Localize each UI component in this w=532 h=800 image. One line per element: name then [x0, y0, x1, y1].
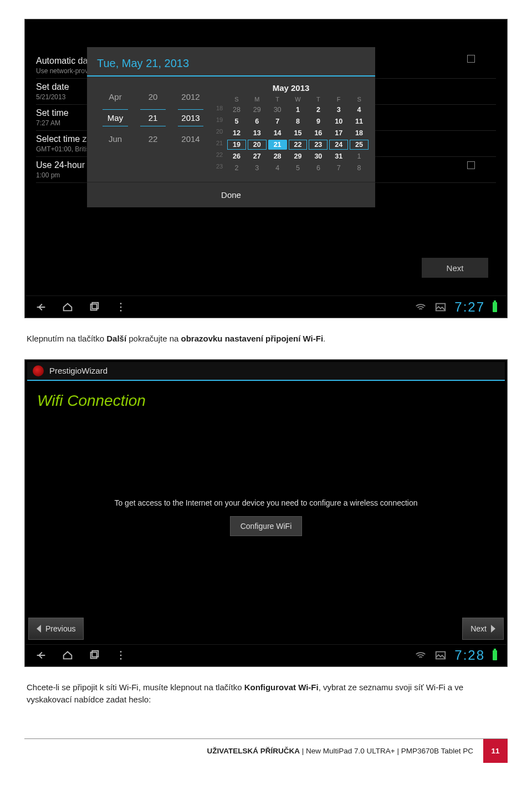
configure-wifi-button[interactable]: Configure WiFi — [230, 516, 303, 536]
calendar-day[interactable]: 3 — [248, 163, 267, 173]
year-next[interactable]: 2014 — [178, 134, 203, 144]
calendar-day[interactable]: 7 — [268, 116, 287, 126]
month-prev[interactable]: Apr — [103, 92, 128, 101]
calendar-day[interactable]: 20 — [248, 140, 267, 150]
dow-cell: S — [227, 96, 246, 103]
day-cur[interactable]: 21 — [140, 109, 166, 126]
wifi-message: To get access to the Internet on your de… — [25, 498, 507, 536]
calendar-day[interactable]: 8 — [289, 116, 308, 126]
checkbox-24h[interactable] — [467, 161, 475, 169]
calendar-day[interactable]: 16 — [309, 128, 328, 138]
calendar-day[interactable]: 31 — [329, 151, 348, 161]
calendar-day[interactable]: 21 — [268, 140, 287, 150]
calendar-day[interactable]: 22 — [289, 140, 308, 150]
calendar-day[interactable]: 13 — [248, 128, 267, 138]
calendar-day[interactable]: 28 — [227, 105, 246, 115]
calendar-day[interactable]: 29 — [289, 151, 308, 161]
calendar-day[interactable]: 19 — [227, 140, 246, 150]
calendar-day[interactable]: 15 — [289, 128, 308, 138]
wifi-title: Wifi Connection — [37, 392, 146, 410]
calendar-day[interactable]: 5 — [289, 163, 308, 173]
caption-text: Chcete-li se připojit k síti Wi-Fi, musí… — [27, 681, 505, 706]
dow-cell: T — [309, 96, 328, 103]
year-cur[interactable]: 2013 — [178, 109, 203, 126]
svg-rect-7 — [92, 651, 98, 657]
done-button[interactable]: Done — [87, 182, 375, 207]
week-number: 23 — [213, 163, 226, 173]
svg-point-9 — [120, 655, 122, 656]
calendar-day[interactable]: 28 — [268, 151, 287, 161]
calendar: May 2013 SMTWTFS 18282930123419567891011… — [209, 82, 373, 177]
calendar-day[interactable]: 12 — [227, 128, 246, 138]
calendar-day[interactable]: 6 — [248, 116, 267, 126]
calendar-day[interactable]: 11 — [350, 116, 369, 126]
svg-rect-0 — [91, 304, 97, 310]
month-next[interactable]: Jun — [103, 134, 128, 144]
calendar-day[interactable]: 3 — [329, 105, 348, 115]
calendar-day[interactable]: 18 — [350, 128, 369, 138]
screenshot-date-settings: Automatic date & time Use network-provid… — [24, 19, 508, 318]
dow-cell: S — [350, 96, 369, 103]
calendar-day[interactable]: 5 — [227, 116, 246, 126]
recents-icon[interactable] — [88, 301, 100, 313]
recents-icon[interactable] — [88, 649, 100, 661]
calendar-day[interactable]: 27 — [248, 151, 267, 161]
svg-rect-1 — [92, 302, 98, 308]
week-number: 21 — [213, 140, 226, 150]
calendar-day[interactable]: 30 — [309, 151, 328, 161]
calendar-day[interactable]: 4 — [268, 163, 287, 173]
calendar-day[interactable]: 23 — [309, 140, 328, 150]
menu-dots-icon[interactable] — [115, 649, 127, 661]
day-prev[interactable]: 20 — [140, 92, 166, 101]
previous-button[interactable]: Previous — [28, 618, 84, 640]
calendar-title: May 2013 — [213, 83, 369, 93]
home-icon[interactable] — [62, 301, 74, 313]
spinner-picker[interactable]: Apr202012 May212013 Jun222014 — [89, 82, 209, 177]
calendar-day[interactable]: 24 — [329, 140, 348, 150]
calendar-day[interactable]: 29 — [248, 105, 267, 115]
menu-dots-icon[interactable] — [115, 301, 127, 313]
home-icon[interactable] — [62, 649, 74, 661]
back-icon[interactable] — [35, 649, 47, 661]
calendar-day[interactable]: 2 — [309, 105, 328, 115]
next-button[interactable]: Next — [462, 618, 504, 640]
dow-cell: M — [248, 96, 267, 103]
calendar-day[interactable]: 6 — [309, 163, 328, 173]
calendar-day[interactable]: 1 — [350, 151, 369, 161]
calendar-day[interactable]: 17 — [329, 128, 348, 138]
back-icon[interactable] — [35, 301, 47, 313]
svg-point-8 — [120, 651, 122, 653]
dow-cell: F — [329, 96, 348, 103]
battery-icon — [493, 650, 497, 660]
calendar-day[interactable]: 9 — [309, 116, 328, 126]
page-number: 11 — [483, 739, 508, 763]
dialog-title: Tue, May 21, 2013 — [87, 47, 375, 75]
status-clock: 7:27 — [454, 299, 485, 315]
wizard-header-title: PrestigioWizard — [49, 366, 108, 375]
footer-text: UŽIVATELSKÁ PŘÍRUČKA | New MultiPad 7.0 … — [207, 747, 473, 755]
screenshot-wifi-wizard: PrestigioWizard Wifi Connection To get a… — [24, 359, 508, 667]
system-navbar: 7:28 — [25, 644, 507, 666]
calendar-day[interactable]: 26 — [227, 151, 246, 161]
calendar-day[interactable]: 30 — [268, 105, 287, 115]
calendar-day[interactable]: 7 — [329, 163, 348, 173]
system-navbar: 7:27 — [25, 295, 507, 318]
calendar-day[interactable]: 14 — [268, 128, 287, 138]
battery-icon — [493, 302, 497, 312]
divider — [87, 75, 375, 77]
calendar-day[interactable]: 8 — [350, 163, 369, 173]
calendar-day[interactable]: 25 — [350, 140, 369, 150]
checkbox-auto-date[interactable] — [467, 55, 475, 63]
week-number: 20 — [213, 128, 226, 138]
calendar-day[interactable]: 2 — [227, 163, 246, 173]
day-next[interactable]: 22 — [140, 134, 166, 144]
month-cur[interactable]: May — [103, 109, 128, 126]
next-button[interactable]: Next — [422, 258, 488, 278]
status-clock: 7:28 — [454, 648, 485, 663]
calendar-day[interactable]: 10 — [329, 116, 348, 126]
week-number: 22 — [213, 151, 226, 161]
calendar-day[interactable]: 4 — [350, 105, 369, 115]
year-prev[interactable]: 2012 — [178, 92, 203, 101]
dow-cell: W — [289, 96, 308, 103]
calendar-day[interactable]: 1 — [289, 105, 308, 115]
